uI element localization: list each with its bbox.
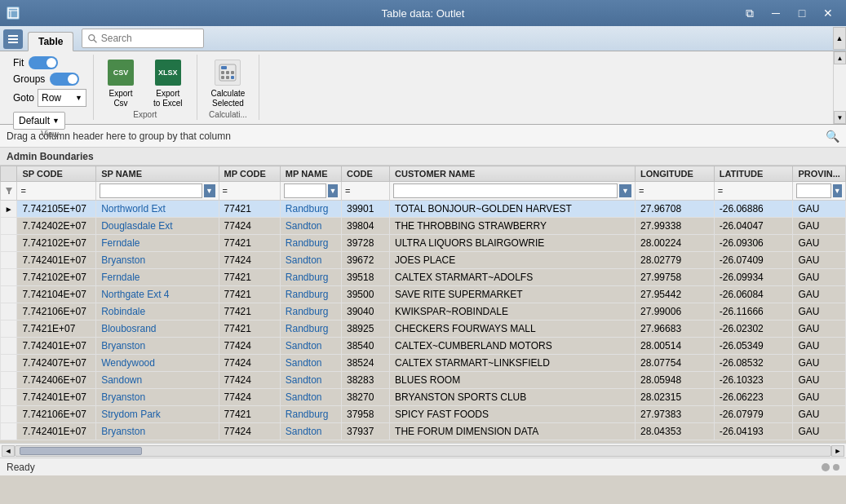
col-header-sp-code[interactable]: SP CODE (17, 166, 96, 182)
col-header-code[interactable]: CODE (342, 166, 390, 182)
table-row[interactable]: 7.742401E+07Bryanston77424Sandton38540CA… (1, 338, 846, 355)
cell-code: 39901 (342, 201, 390, 218)
horizontal-scrollbar[interactable]: ◄ ► (0, 443, 846, 458)
cell-code: 38540 (342, 338, 390, 355)
window-controls: ⧉ ─ □ ✕ (738, 4, 839, 22)
table-row[interactable]: 7.742104E+07Northgate Ext 477421Randburg… (1, 286, 846, 303)
filter-mp-name[interactable]: ▼ (280, 182, 341, 201)
search-box[interactable] (82, 29, 204, 48)
calculate-button[interactable]: CalculateSelected (204, 58, 253, 110)
cell-mp_code: 77421 (219, 235, 280, 252)
admin-boundaries-header: Admin Boundaries (0, 148, 846, 166)
row-indicator-cell (1, 303, 17, 321)
cell-province: GAU (793, 355, 846, 372)
cell-mp_name: Sandton (280, 252, 341, 269)
table-row[interactable]: 7.742102E+07Ferndale77421Randburg39728UL… (1, 235, 846, 252)
calc-group-label: Calculati... (209, 110, 247, 121)
row-indicator-header (1, 166, 17, 182)
svg-point-6 (89, 35, 95, 41)
filter-province-input[interactable] (796, 183, 830, 198)
cell-province: GAU (793, 372, 846, 389)
scroll-left-btn[interactable]: ◄ (2, 445, 15, 457)
scroll-thumb[interactable] (20, 447, 142, 455)
col-header-latitude[interactable]: LATITUDE (714, 166, 793, 182)
export-excel-button[interactable]: XLSX Exportto Excel (146, 58, 190, 110)
cell-customer_name: CALTEX~CUMBERLAND MOTORS (390, 338, 636, 355)
col-header-mp-code[interactable]: MP CODE (219, 166, 280, 182)
table-row[interactable]: 7.7421E+07Bloubosrand77421Randburg38925C… (1, 321, 846, 338)
table-row[interactable]: 7.742106E+07Strydom Park77421Randburg379… (1, 406, 846, 423)
table-row[interactable]: 7.742401E+07Bryanston77424Sandton39672JO… (1, 252, 846, 269)
cell-sp_code: 7.742401E+07 (17, 252, 96, 269)
filter-sp-name-input[interactable] (100, 183, 202, 198)
cell-mp_name: Sandton (280, 355, 341, 372)
minimize-btn[interactable]: ─ (764, 4, 787, 22)
filter-customer[interactable]: ▼ (390, 182, 636, 201)
filter-mp-name-input[interactable] (284, 183, 326, 198)
cell-customer_name: SAVE RITE SUPERMARKET (390, 286, 636, 303)
cell-mp_code: 77421 (219, 321, 280, 338)
view-group-label: View (41, 130, 59, 140)
col-header-mp-name[interactable]: MP NAME (280, 166, 341, 182)
cell-customer_name: TOTAL BONJOUR~GOLDEN HARVEST (390, 201, 636, 218)
filter-latitude[interactable]: = (714, 182, 793, 201)
filter-sp-name-btn[interactable]: ▼ (204, 184, 215, 197)
table-row[interactable]: 7.742102E+07Ferndale77421Randburg39518CA… (1, 269, 846, 286)
calculate-label: CalculateSelected (211, 89, 246, 108)
export-excel-label: Exportto Excel (153, 89, 183, 108)
table-row[interactable]: 7.742401E+07Bryanston77424Sandton37937TH… (1, 423, 846, 440)
table-row[interactable]: 7.742407E+07Wendywood77424Sandton38524CA… (1, 355, 846, 372)
ribbon-vscroll[interactable]: ▲ ▼ (833, 51, 846, 124)
maximize-btn[interactable]: □ (791, 4, 813, 22)
ribbon-menu-icon[interactable] (3, 29, 23, 49)
close-btn[interactable]: ✕ (817, 4, 839, 22)
cell-customer_name: SPICY FAST FOODS (390, 406, 636, 423)
filter-province[interactable]: ▼ (793, 182, 846, 201)
tab-table[interactable]: Table (28, 32, 73, 51)
filter-customer-input[interactable] (393, 183, 618, 198)
col-header-province[interactable]: PROVIN... (793, 166, 846, 182)
table-row[interactable]: 7.742401E+07Bryanston77424Sandton38270BR… (1, 389, 846, 406)
cell-mp_code: 77424 (219, 338, 280, 355)
export-group-label: Export (133, 110, 157, 121)
row-indicator-cell: ► (1, 201, 17, 218)
groups-toggle[interactable] (50, 73, 79, 86)
scroll-right-btn[interactable]: ► (831, 445, 844, 457)
filter-sp-name[interactable]: ▼ (96, 182, 219, 201)
calc-group: CalculateSelected Calculati... (197, 55, 260, 120)
filter-customer-btn[interactable]: ▼ (619, 184, 631, 197)
filter-mp-name-btn[interactable]: ▼ (328, 184, 338, 197)
cell-latitude: -26.06223 (714, 389, 793, 406)
ribbon-scroll-up[interactable]: ▲ (833, 26, 846, 51)
filter-mp-code[interactable]: = (219, 182, 280, 201)
search-input[interactable] (101, 33, 199, 44)
goto-dropdown[interactable]: Row ▼ (38, 89, 86, 107)
filter-code[interactable]: = (342, 182, 390, 201)
cell-sp_name: Northgate Ext 4 (96, 286, 219, 303)
cell-sp_code: 7.742406E+07 (17, 372, 96, 389)
restore-btn[interactable]: ⧉ (738, 4, 761, 22)
cell-customer_name: ULTRA LIQUORS BLAIRGOWRIE (390, 235, 636, 252)
table-search-icon[interactable]: 🔍 (826, 130, 839, 143)
cell-latitude: -26.06886 (714, 201, 793, 218)
table-row[interactable]: 7.742402E+07Douglasdale Ext77424Sandton3… (1, 218, 846, 235)
table-row[interactable]: 7.742406E+07Sandown77424Sandton38283BLUE… (1, 372, 846, 389)
filter-province-btn[interactable]: ▼ (833, 184, 842, 197)
table-row[interactable]: 7.742106E+07Robindale77421Randburg39040K… (1, 303, 846, 321)
filter-sp-code[interactable]: = (17, 182, 96, 201)
col-header-sp-name[interactable]: SP NAME (96, 166, 219, 182)
col-header-longitude[interactable]: LONGITUDE (636, 166, 715, 182)
cell-mp_code: 77421 (219, 286, 280, 303)
col-header-customer-name[interactable]: CUSTOMER NAME (390, 166, 636, 182)
search-icon (87, 33, 97, 44)
cell-sp_name: Ferndale (96, 269, 219, 286)
fit-toggle[interactable] (29, 56, 58, 69)
table-row[interactable]: ►7.742105E+07Northworld Ext77421Randburg… (1, 201, 846, 218)
default-dropdown[interactable]: Default ▼ (13, 112, 65, 130)
row-indicator-cell (1, 252, 17, 269)
export-csv-button[interactable]: CSV ExportCsv (100, 58, 141, 110)
window-title: Table data: Outlet (382, 7, 465, 20)
scroll-track[interactable] (15, 445, 831, 457)
cell-mp_code: 77424 (219, 355, 280, 372)
filter-longitude[interactable]: = (636, 182, 715, 201)
